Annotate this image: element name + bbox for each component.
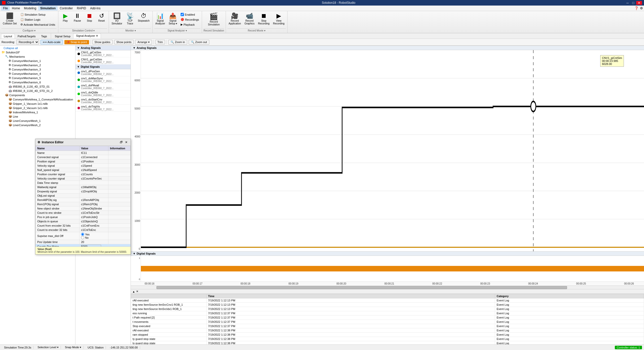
collapse-all-link[interactable]: Collapse all [2, 46, 20, 50]
auto-scale-button[interactable]: ⟺ Auto-scale [41, 40, 63, 45]
tab-paths-targets[interactable]: Paths&Targets [15, 34, 38, 39]
show-guides-button[interactable]: Show guides [92, 40, 113, 44]
tab-tags[interactable]: Tags [38, 34, 50, 39]
trim-button[interactable]: Trim [155, 40, 165, 44]
zoom-out-button[interactable]: 🔍 Zoom out [189, 40, 209, 45]
snap-to-point-button[interactable]: 📌 Snap to point [64, 40, 89, 44]
show-points-button[interactable]: Show points [114, 40, 134, 44]
signal-item-cnv1-gi[interactable]: CNV1_giCntSim Controller_IRB360_7_2022..… [75, 50, 131, 57]
io-simulator-button[interactable]: 🔲 I/OSimulator [110, 12, 124, 26]
counts-per-meter-input[interactable] [81, 245, 101, 247]
menu-home[interactable]: Home [10, 6, 22, 11]
zoom-in-button[interactable]: 🔍 Zoom in [168, 40, 187, 45]
tree-item-cnv3[interactable]: ⚙ ConveyorMechanism_3 [8, 67, 75, 72]
view-recording-button[interactable]: ▶ ViewRecording [272, 12, 286, 26]
instance-name: Supvise max_dist Off [36, 232, 79, 240]
record-application-button[interactable]: 🎥 RecordApplication [227, 12, 242, 26]
recordings-button[interactable]: 🔴 Recordings [179, 17, 200, 22]
play-button[interactable]: ▶ Play [60, 12, 71, 23]
scrollbar-thumb[interactable] [156, 286, 567, 289]
station-logic-button[interactable]: 📋 Station Logic [19, 17, 57, 22]
dialog-close-button[interactable]: ✕ [124, 140, 129, 145]
tree-root[interactable]: 📁 Solution18* [1, 50, 75, 54]
instance-row: Null_speed signal c1NullSpeed [36, 168, 131, 172]
tree-item-irb1[interactable]: 🤖 IRB360_8_1130_4D_STD_01 [8, 84, 75, 89]
tree-item-cnv6[interactable]: ⚙ ConveyorMechanism_6 [8, 80, 75, 84]
activate-mech-button[interactable]: ⚙ Activate Mechanical Units [19, 22, 57, 27]
tree-item-lcm2[interactable]: 📦 LinerConveyorMesh_2 [8, 123, 75, 127]
signal-analyzer-button[interactable]: 📊 SignalAnalyzer [154, 12, 167, 26]
instance-name: ObjLost signal [36, 194, 79, 198]
secondary-tabbar: Layout Paths&Targets Tags Signal Setup S… [0, 33, 644, 39]
minimize-button[interactable]: ─ [625, 1, 630, 5]
analog-chart-header[interactable]: ▼ Analog Signals [131, 46, 644, 50]
tree-item-irb2[interactable]: 🤖 IRB360_8_1130_4D_STD_01_2 [8, 89, 75, 93]
simulation-setup-button[interactable]: 📋 Simulation Setup [19, 12, 57, 17]
tree-item-cnv4[interactable]: ⚙ ConveyorMechanism_4 [8, 72, 75, 76]
tree-item-cnv2[interactable]: ⚙ ConveyorMechanism_2 [8, 63, 75, 67]
signal-item-trigvis[interactable]: cnv1_doTrigVisController_IRB360_7_2022..… [75, 104, 131, 112]
maximize-button[interactable]: □ [631, 1, 636, 5]
instance-header-row: Name Value Information [36, 146, 131, 151]
menu-simulation[interactable]: Simulation [38, 6, 58, 11]
tcp-trace-button[interactable]: 📡 TCPTrace [125, 12, 136, 26]
tree-item-line[interactable]: 📦 Line [8, 114, 75, 119]
settings-button[interactable]: ⚙ [640, 6, 643, 10]
dialog-restore-button[interactable]: 🗗 [119, 140, 124, 145]
chart-scrollbar[interactable] [131, 286, 644, 289]
signal-item-posgen[interactable]: cnv1_dPosGenController_IRB360_7_2022... [75, 69, 131, 76]
tree-item-cnv5[interactable]: ⚙ ConveyorMechanism_5 [8, 76, 75, 80]
stop-button[interactable]: ⏹ Stop [84, 12, 95, 23]
radio-yes[interactable]: Yes [81, 233, 107, 236]
log-expand-icon[interactable]: ▲ [132, 290, 135, 293]
signal-item-pavail[interactable]: cnv1_doPAvailController_IRB360_7_2022... [75, 83, 131, 90]
digital-signal-bar [141, 266, 644, 271]
enabled-checkbox[interactable]: Enabled [179, 12, 200, 17]
signal-item-cnv1-go[interactable]: CNV1_goCntSim Controller_IRB360_7_2022..… [75, 57, 131, 64]
signal-item-qidle[interactable]: cnv1_doQIdleController_IRB360_7_2022... [75, 90, 131, 97]
signal-item-mansync[interactable]: cnv1_doManSyncController_IRB360_7_2022..… [75, 76, 131, 83]
stop-recording-button[interactable]: ⏹ StopRecording [257, 12, 271, 26]
pause-button[interactable]: ⏸ Pause [72, 12, 83, 23]
digital-chart-header[interactable]: ▼ Digital Signals [131, 251, 644, 256]
playback-button[interactable]: ▶ Playback [179, 22, 200, 27]
stopwatch-button[interactable]: ⏱ Stopwatch [137, 12, 151, 23]
help-button[interactable]: ❓ [634, 6, 638, 10]
tree-item-lcm1[interactable]: 📦 LinerConveyorMesh_1 [8, 119, 75, 123]
tree-components-group[interactable]: 📦 Components [4, 93, 75, 97]
signal-item-startcnv[interactable]: cnv1_doStartCnvController_IRB360_7_2022.… [75, 97, 131, 104]
menu-rapid[interactable]: RAPID [75, 6, 88, 11]
menu-file[interactable]: File [1, 6, 10, 11]
tab-layout[interactable]: Layout [1, 34, 15, 39]
tree-item-grip2[interactable]: 📦 Gripper_2_Vacuum 1x1.rslib [8, 106, 75, 110]
recording-select[interactable]: Recording-4 [16, 40, 39, 45]
create-collision-set-button[interactable]: ⬛ CreateCollision Set [2, 12, 18, 26]
status-sel-level[interactable]: Selection Level ▾ [35, 346, 61, 349]
close-button[interactable]: ✕ [636, 1, 642, 5]
menu-addins[interactable]: Add-Ins [88, 6, 102, 11]
tree-item-grip1[interactable]: 📦 Gripper_1_Vacuum 1x1.rslib [8, 101, 75, 106]
tree-mechanisms-group[interactable]: 🔧 Mechanisms [4, 54, 75, 59]
instance-value: c1DropWObj [81, 190, 97, 193]
radio-no[interactable]: No [81, 236, 107, 239]
arrange-button[interactable]: Arrange ▾ [135, 40, 152, 45]
instance-value-cell[interactable]: Yes No [79, 232, 108, 240]
tree-item-iwa[interactable]: 📦 IndexedWorkArea_1 [8, 110, 75, 114]
log-close-icon[interactable]: ✕ [136, 290, 138, 293]
digital-chart-collapse: ▼ [133, 252, 136, 255]
tab-signal-setup[interactable]: Signal Setup [52, 34, 73, 39]
tree-item-cnv1[interactable]: ⚙ ConveyorMechanism_1 [8, 59, 75, 63]
record-graphics-button[interactable]: 📹 RecordGraphics [243, 12, 256, 26]
tab-signal-analyzer[interactable]: Signal Analyzer ✕ [73, 33, 101, 39]
signal-setup-button[interactable]: 📤 SignalSetup ▾ [167, 12, 178, 26]
recording-label: Recording: [2, 41, 15, 44]
reset-button[interactable]: ↺ Reset [96, 12, 107, 23]
tree-item-wavis[interactable]: 📦 ConveyorWorkArea_1_ConveyorWAVisualiza… [8, 97, 75, 101]
status-snap-mode[interactable]: Snap Mode ▾ [63, 346, 84, 349]
analog-signals-header[interactable]: ▼ Analog Signals [75, 46, 131, 50]
record-simulation-button[interactable]: 🎬 RecordSimulation [207, 12, 221, 27]
instance-value-cell: c1NullSpeed [79, 168, 108, 172]
digital-signals-header[interactable]: ▼ Digital Signals [75, 64, 131, 69]
menu-controller[interactable]: Controller [58, 6, 75, 11]
menu-modeling[interactable]: Modeling [22, 6, 38, 11]
